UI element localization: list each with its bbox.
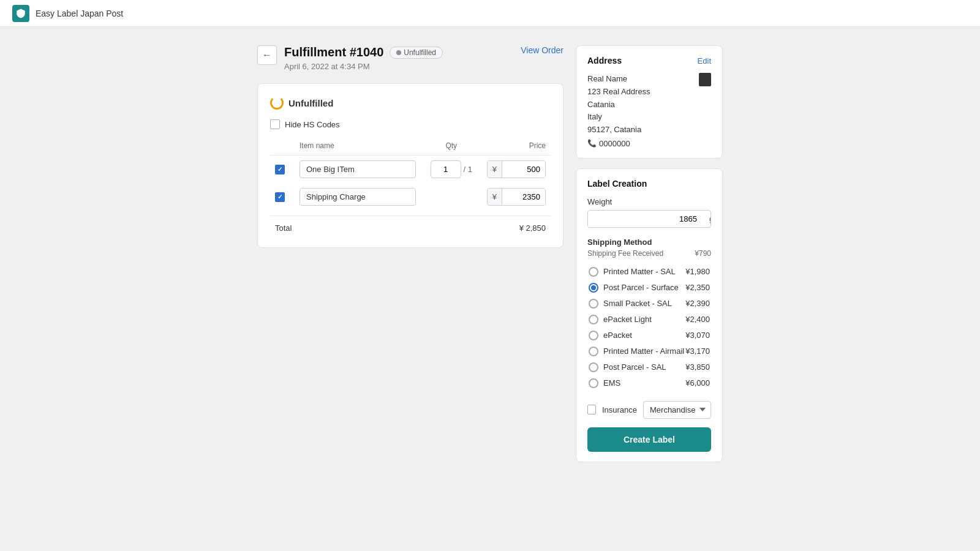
top-nav: Easy Label Japan Post — [0, 0, 980, 27]
row2-price-prefix: ¥ — [488, 189, 502, 205]
row2-name-input[interactable] — [300, 188, 416, 206]
method-price-post-parcel-sal: ¥3,850 — [685, 362, 710, 372]
row1-qty-input[interactable] — [431, 160, 461, 178]
address-lines: Real Name 123 Real Address Catania Italy… — [587, 73, 650, 137]
page-header-left: ← Fulfillment #1040 Unfulfilled April 6,… — [257, 45, 443, 71]
main-content: ← Fulfillment #1040 Unfulfilled April 6,… — [0, 27, 980, 481]
method-name-ems: EMS — [603, 378, 620, 388]
method-option-small-packet-sal[interactable]: Small Packet - SAL¥2,390 — [587, 296, 711, 312]
method-option-epacket[interactable]: ePacket¥3,070 — [587, 328, 711, 343]
radio-epacket-light[interactable] — [589, 315, 598, 324]
radio-printed-matter-airmail[interactable] — [589, 347, 598, 356]
method-option-post-parcel-sal[interactable]: Post Parcel - SAL¥3,850 — [587, 359, 711, 375]
method-price-post-parcel-surface: ¥2,350 — [685, 283, 710, 292]
brand-icon — [12, 5, 29, 22]
radio-ems[interactable] — [589, 378, 598, 388]
radio-post-parcel-sal[interactable] — [589, 362, 598, 372]
row2-price-input[interactable] — [502, 189, 545, 205]
page-title-row: Fulfillment #1040 Unfulfilled — [284, 45, 443, 59]
radio-small-packet-sal[interactable] — [589, 299, 598, 309]
shipping-method-title: Shipping Method — [587, 238, 711, 247]
row2-price-cell: ¥ — [482, 183, 551, 211]
method-price-ems: ¥6,000 — [685, 378, 710, 388]
merchandise-select[interactable]: Merchandise Gift Document — [643, 401, 711, 419]
label-creation-title: Label Creation — [587, 179, 711, 189]
method-name-printed-matter-sal: Printed Matter - SAL — [603, 267, 676, 276]
row2-name-cell — [295, 183, 421, 211]
th-item-name: Item name — [295, 139, 421, 156]
radio-epacket[interactable] — [589, 331, 598, 340]
spinner-icon — [270, 96, 284, 110]
method-option-ems[interactable]: EMS¥6,000 — [587, 375, 711, 391]
method-left-epacket: ePacket — [589, 331, 632, 340]
method-name-post-parcel-sal: Post Parcel - SAL — [603, 362, 666, 372]
view-order-link[interactable]: View Order — [521, 45, 564, 55]
insurance-row: Insurance Merchandise Gift Document — [587, 401, 711, 419]
table-row: / 1 ¥ — [270, 156, 551, 184]
hide-hs-checkbox[interactable] — [270, 119, 280, 129]
brand-name: Easy Label Japan Post — [36, 9, 123, 18]
hide-hs-label[interactable]: Hide HS Codes — [285, 120, 340, 129]
method-left-post-parcel-sal: Post Parcel - SAL — [589, 362, 666, 372]
method-left-small-packet-sal: Small Packet - SAL — [589, 299, 672, 309]
weight-unit: g — [703, 211, 711, 227]
method-left-epacket-light: ePacket Light — [589, 315, 652, 324]
method-name-printed-matter-airmail: Printed Matter - Airmail — [603, 347, 684, 356]
method-name-post-parcel-surface: Post Parcel - Surface — [603, 283, 679, 292]
row1-price-input[interactable] — [502, 161, 545, 178]
row1-qty-total: / 1 — [464, 165, 472, 174]
weight-input[interactable] — [588, 211, 703, 227]
row2-checkbox[interactable] — [275, 192, 285, 202]
status-badge: Unfulfilled — [390, 47, 443, 59]
method-price-printed-matter-sal: ¥1,980 — [685, 267, 710, 276]
address-country: Italy — [587, 111, 650, 124]
insurance-checkbox[interactable] — [587, 405, 596, 414]
row1-checkbox[interactable] — [275, 165, 285, 174]
total-row: Total ¥ 2,850 — [270, 216, 551, 235]
row1-price-cell: ¥ — [482, 156, 551, 184]
shipping-fee-value: ¥790 — [695, 249, 711, 258]
address-street: 123 Real Address — [587, 86, 650, 99]
create-label-button[interactable]: Create Label — [587, 427, 711, 452]
phone-row: 📞 0000000 — [587, 139, 711, 148]
copy-icon[interactable] — [699, 73, 711, 86]
phone-number: 0000000 — [599, 139, 630, 148]
right-panel: Address Edit Real Name 123 Real Address … — [576, 45, 723, 462]
row1-name-input[interactable] — [300, 160, 416, 178]
row1-price-wrap: ¥ — [487, 160, 546, 178]
row2-price-wrap: ¥ — [487, 188, 546, 206]
row2-checkbox-cell — [270, 183, 295, 211]
th-qty: Qty — [421, 139, 482, 156]
address-body-row: Real Name 123 Real Address Catania Italy… — [587, 73, 711, 137]
row1-price-prefix: ¥ — [488, 161, 502, 178]
method-name-epacket: ePacket — [603, 331, 632, 340]
method-left-ems: EMS — [589, 378, 620, 388]
left-panel: ← Fulfillment #1040 Unfulfilled April 6,… — [257, 45, 564, 248]
shipping-fee-label: Shipping Fee Received — [587, 249, 663, 258]
method-option-post-parcel-surface[interactable]: Post Parcel - Surface¥2,350 — [587, 280, 711, 296]
address-edit-link[interactable]: Edit — [698, 56, 711, 66]
hide-hs-row: Hide HS Codes — [270, 119, 551, 129]
phone-icon: 📞 — [587, 139, 597, 148]
method-name-small-packet-sal: Small Packet - SAL — [603, 299, 672, 308]
status-text: Unfulfilled — [404, 48, 436, 57]
method-price-small-packet-sal: ¥2,390 — [685, 299, 710, 308]
row1-qty-cell: / 1 — [421, 156, 482, 184]
row2-qty-cell — [421, 183, 482, 211]
th-checkbox — [270, 139, 295, 156]
weight-label: Weight — [587, 197, 711, 206]
address-header: Address Edit — [587, 56, 711, 66]
radio-post-parcel-surface[interactable] — [589, 283, 598, 293]
method-option-epacket-light[interactable]: ePacket Light¥2,400 — [587, 312, 711, 328]
method-price-epacket-light: ¥2,400 — [685, 315, 710, 324]
method-left-printed-matter-airmail: Printed Matter - Airmail — [589, 347, 684, 356]
status-dot — [396, 50, 401, 55]
method-price-epacket: ¥3,070 — [685, 331, 710, 340]
method-option-printed-matter-airmail[interactable]: Printed Matter - Airmail¥3,170 — [587, 343, 711, 359]
radio-printed-matter-sal[interactable] — [589, 267, 598, 277]
address-title: Address — [587, 56, 622, 66]
address-city: Catania — [587, 99, 650, 111]
method-option-printed-matter-sal[interactable]: Printed Matter - SAL¥1,980 — [587, 264, 711, 280]
total-label: Total — [275, 223, 292, 233]
back-button[interactable]: ← — [257, 45, 277, 65]
